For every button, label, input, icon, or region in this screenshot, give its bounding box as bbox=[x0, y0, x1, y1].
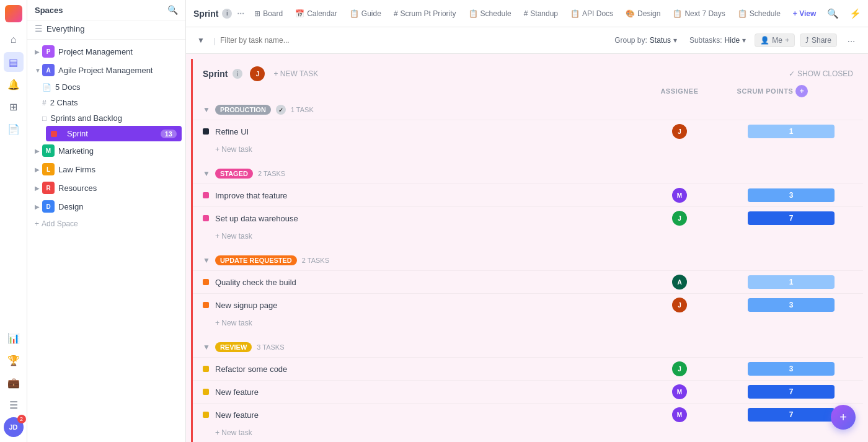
collapse-icon-des: ▶ bbox=[35, 203, 38, 210]
task-row[interactable]: Improve that feature M 3 bbox=[193, 183, 863, 206]
sidebar-item-sprint[interactable]: Sprint 13 bbox=[46, 126, 182, 141]
sidebar: Spaces 🔍 ☰ Everything ▶ P Project Manage… bbox=[27, 0, 186, 442]
share-label: Share bbox=[812, 36, 831, 45]
me-label: Me bbox=[772, 36, 782, 45]
section-header-staged[interactable]: ▼ STAGED 2 TASKS bbox=[193, 164, 863, 183]
inbox-icon[interactable]: ▤ bbox=[4, 52, 24, 72]
column-headers: ASSIGNEE SCRUM POINTS + bbox=[193, 85, 863, 100]
bag-icon[interactable]: 💼 bbox=[4, 373, 24, 392]
tab-design[interactable]: 🎨Design bbox=[621, 7, 665, 20]
sidebar-item-agile[interactable]: ▼ A Agile Project Management bbox=[27, 61, 185, 79]
sprint-info-icon[interactable]: i bbox=[222, 9, 232, 19]
sidebar-search-icon[interactable]: 🔍 bbox=[167, 5, 178, 15]
user-avatar-badge[interactable]: JD 2 bbox=[4, 417, 24, 437]
tab-calendar[interactable]: 📅Calendar bbox=[290, 7, 342, 20]
list-icon[interactable]: ☰ bbox=[4, 395, 24, 415]
sidebar-item-chats[interactable]: # 2 Chats bbox=[42, 95, 185, 110]
app-logo[interactable] bbox=[5, 5, 22, 22]
sidebar-item-design[interactable]: ▶ D Design bbox=[27, 197, 185, 216]
check-icon: ✓ bbox=[789, 69, 795, 78]
fab-button[interactable]: + bbox=[831, 405, 856, 430]
task-row[interactable]: Set up data warehouse J 7 bbox=[193, 206, 863, 229]
chevron-down-icon: ▾ bbox=[673, 36, 677, 45]
new-task-row[interactable]: + New task bbox=[193, 426, 863, 442]
show-closed-button[interactable]: ✓ SHOW CLOSED bbox=[789, 69, 853, 78]
chart-icon[interactable]: 📊 bbox=[4, 328, 24, 348]
tab-board[interactable]: ⊞Board bbox=[249, 7, 288, 20]
task-assignee: M bbox=[649, 407, 711, 422]
task-row[interactable]: New signup page J 3 bbox=[193, 293, 863, 316]
tab-scrum-pt-priority[interactable]: #Scrum Pt Priority bbox=[389, 7, 461, 20]
task-name: New feature bbox=[215, 410, 649, 420]
sidebar-header: Spaces 🔍 bbox=[27, 0, 185, 20]
filter-button[interactable]: ▼ bbox=[193, 33, 208, 47]
person-plus-icon: + bbox=[785, 36, 789, 45]
add-space-button[interactable]: + Add Space bbox=[27, 216, 185, 232]
section-toggle-review: ▼ bbox=[203, 343, 210, 351]
scrum-bar: 3 bbox=[748, 188, 835, 202]
plus-icon: + bbox=[35, 219, 39, 228]
task-dot bbox=[203, 302, 209, 308]
task-name: Set up data warehouse bbox=[215, 214, 649, 223]
section-header-production[interactable]: ▼ PRODUCTION ✓ 1 TASK bbox=[193, 100, 863, 120]
sidebar-title: Spaces bbox=[35, 6, 63, 15]
task-row[interactable]: Refine UI J 1 bbox=[193, 120, 863, 143]
group-by-button[interactable]: Group by: Status ▾ bbox=[611, 33, 681, 47]
sprints-icon: □ bbox=[42, 114, 46, 123]
new-task-row[interactable]: + New task bbox=[193, 229, 863, 245]
sidebar-item-everything[interactable]: ☰ Everything bbox=[27, 20, 185, 37]
lightning-button[interactable]: ⚡ bbox=[846, 4, 864, 23]
new-task-row[interactable]: + New task bbox=[193, 316, 863, 332]
task-assignee: J bbox=[649, 361, 711, 376]
home-icon[interactable]: ⌂ bbox=[4, 30, 24, 50]
sprint-info-icon[interactable]: i bbox=[232, 69, 242, 79]
task-assignee: M bbox=[649, 384, 711, 399]
scrum-bar: 7 bbox=[748, 211, 835, 225]
grid-icon[interactable]: ⊞ bbox=[4, 97, 24, 117]
assignee-avatar: M bbox=[672, 188, 687, 203]
task-row[interactable]: Quality check the build A 1 bbox=[193, 270, 863, 293]
filter-input[interactable] bbox=[220, 36, 606, 45]
tab-guide[interactable]: 📋Guide bbox=[345, 7, 386, 20]
sidebar-item-marketing[interactable]: ▶ M Marketing bbox=[27, 141, 185, 160]
sidebar-item-label: Everything bbox=[46, 24, 178, 33]
me-button[interactable]: 👤 Me + bbox=[755, 33, 795, 47]
sidebar-item-project-management[interactable]: ▶ P Project Management bbox=[27, 42, 185, 61]
section-header-review[interactable]: ▼ REVIEW 3 TASKS bbox=[193, 337, 863, 357]
task-name: Improve that feature bbox=[215, 191, 649, 200]
space-icon-resources: R bbox=[42, 182, 55, 194]
toolbar: ▼ | Group by: Status ▾ Subtasks: Hide ▾ … bbox=[186, 27, 868, 54]
sidebar-item-resources[interactable]: ▶ R Resources bbox=[27, 179, 185, 197]
section-header-update[interactable]: ▼ UPDATE REQUESTED 2 TASKS bbox=[193, 250, 863, 270]
calendar-icon: 📅 bbox=[295, 9, 304, 18]
scrum-plus-button[interactable]: + bbox=[795, 85, 808, 97]
scrum-bar: 7 bbox=[748, 408, 835, 422]
new-task-button[interactable]: + NEW TASK bbox=[270, 68, 322, 79]
tab-standup[interactable]: #Standup bbox=[519, 7, 563, 20]
notification-icon[interactable]: 🔔 bbox=[4, 74, 24, 94]
sidebar-label-chats: 2 Chats bbox=[50, 98, 178, 107]
tab-add-view[interactable]: + View bbox=[788, 7, 821, 20]
task-row[interactable]: Refactor some code J 3 bbox=[193, 357, 863, 380]
schedule-icon: 📋 bbox=[469, 9, 478, 18]
task-row[interactable]: New feature M 7 bbox=[193, 380, 863, 403]
tab-schedule2[interactable]: 📋Schedule bbox=[733, 7, 786, 20]
collapse-icon: ▶ bbox=[35, 48, 38, 55]
new-task-row[interactable]: + New task bbox=[193, 143, 863, 159]
subtasks-button[interactable]: Subtasks: Hide ▾ bbox=[686, 33, 750, 47]
scrum-icon: # bbox=[394, 9, 398, 18]
doc-icon[interactable]: 📄 bbox=[4, 119, 24, 139]
sprint-title-row: Sprint i J + NEW TASK bbox=[203, 66, 322, 81]
sidebar-item-law-firms[interactable]: ▶ L Law Firms bbox=[27, 160, 185, 179]
sidebar-item-sprints-backlog[interactable]: □ Sprints and Backlog bbox=[42, 110, 185, 126]
share-button[interactable]: ⤴ Share bbox=[800, 33, 837, 47]
task-dot bbox=[203, 192, 209, 198]
search-button[interactable]: 🔍 bbox=[823, 4, 842, 23]
tab-api-docs[interactable]: 📋API Docs bbox=[565, 7, 618, 20]
task-row[interactable]: New feature M 7 bbox=[193, 403, 863, 426]
sidebar-item-docs[interactable]: 📄 5 Docs bbox=[42, 79, 185, 95]
more-options-button[interactable]: ··· bbox=[842, 31, 861, 50]
trophy-icon[interactable]: 🏆 bbox=[4, 350, 24, 370]
tab-schedule[interactable]: 📋Schedule bbox=[464, 7, 516, 20]
tab-next-7-days[interactable]: 📋Next 7 Days bbox=[668, 7, 730, 20]
